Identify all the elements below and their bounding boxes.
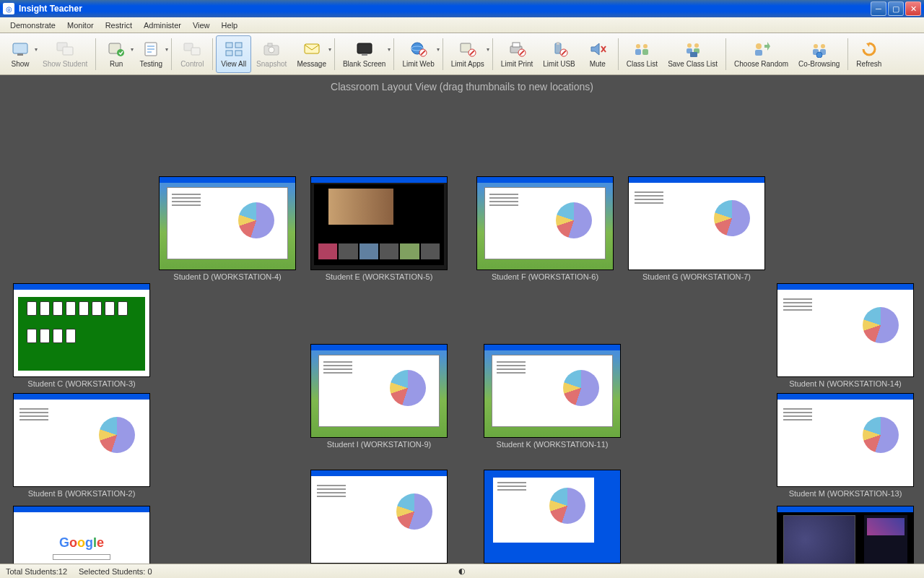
station-screen[interactable] [310, 176, 448, 270]
svg-point-17 [269, 47, 274, 53]
station-thumbnail-g[interactable]: Student G (WORKSTATION-7) [628, 176, 765, 281]
toolbar-view-all[interactable]: View All [216, 35, 251, 73]
svg-rect-34 [557, 42, 559, 45]
svg-rect-30 [513, 43, 520, 47]
station-screen[interactable]: Google [13, 506, 150, 564]
svg-rect-12 [226, 43, 232, 48]
limit-usb-icon [549, 40, 570, 59]
toolbar-label: Mute [590, 60, 606, 68]
station-screen[interactable] [777, 506, 914, 564]
station-thumbnail-f[interactable]: Student F (WORKSTATION-6) [476, 176, 614, 281]
toolbar-blank-screen[interactable]: Blank Screen▾ [338, 35, 391, 73]
toolbar-limit-web[interactable]: Limit Web▾ [397, 35, 439, 73]
svg-point-48 [756, 43, 762, 49]
menu-demonstrate[interactable]: Demonstrate [4, 20, 61, 31]
menu-restrict[interactable]: Restrict [100, 20, 138, 31]
station-thumbnail-d[interactable]: Student D (WORKSTATION-4) [159, 176, 296, 281]
station-thumbnail-c[interactable]: Student C (WORKSTATION-3) [13, 283, 150, 388]
station-label: Student M (WORKSTATION-13) [777, 489, 914, 498]
svg-rect-0 [13, 43, 27, 53]
station-thumbnail-h[interactable]: Student H (WORKSTATION-8) [310, 470, 448, 564]
toolbar-label: Blank Screen [343, 60, 385, 68]
menubar: DemonstrateMonitorRestrictAdministerView… [0, 17, 924, 33]
station-screen[interactable] [484, 344, 621, 438]
toolbar-mute[interactable]: Mute [580, 35, 615, 73]
maximize-button[interactable]: ▢ [888, 1, 904, 16]
toolbar-show-student: Show Student [38, 35, 92, 73]
toolbar-label: Refresh [856, 60, 881, 68]
dropdown-arrow-icon[interactable]: ▾ [487, 46, 489, 53]
svg-point-40 [643, 44, 648, 48]
toolbar-co-browsing[interactable]: Co-Browsing [793, 35, 845, 73]
limit-print-icon [507, 40, 527, 59]
minimize-button[interactable]: ─ [871, 1, 886, 16]
toolbar-class-list[interactable]: Class List [622, 35, 663, 73]
limit-web-icon [409, 40, 429, 59]
station-screen[interactable] [13, 283, 150, 377]
toolbar-label: Message [297, 60, 326, 68]
toolbar-separator [171, 38, 172, 70]
station-label: Student G (WORKSTATION-7) [628, 272, 765, 281]
close-button[interactable]: ✕ [905, 1, 921, 16]
toolbar-label: Limit Web [402, 60, 434, 68]
toolbar-limit-usb[interactable]: Limit USB [538, 35, 580, 73]
toolbar-label: Testing [139, 60, 162, 68]
svg-rect-18 [268, 43, 272, 46]
toolbar-save-class-list[interactable]: Save Class List [663, 35, 723, 73]
status-icon: ◐ [458, 566, 466, 576]
station-screen[interactable] [628, 176, 765, 270]
toolbar-choose-random[interactable]: Choose Random [729, 35, 793, 73]
toolbar-label: Co-Browsing [798, 60, 840, 68]
station-thumbnail-b[interactable]: Student B (WORKSTATION-2) [13, 393, 150, 498]
toolbar-testing[interactable]: Testing▾ [134, 35, 168, 73]
station-screen[interactable] [476, 176, 614, 270]
station-thumbnail-n[interactable]: Student N (WORKSTATION-14) [777, 283, 914, 388]
station-screen[interactable] [310, 470, 448, 564]
app-title: Insight Teacher [19, 4, 871, 14]
station-screen[interactable] [777, 393, 914, 487]
toolbar-label: Limit Print [501, 60, 533, 68]
toolbar-separator [334, 38, 335, 70]
station-thumbnail-i[interactable]: Student I (WORKSTATION-9) [310, 344, 448, 449]
station-thumbnail-e[interactable]: Student E (WORKSTATION-5) [310, 176, 448, 281]
menu-administer[interactable]: Administer [138, 20, 187, 31]
dropdown-arrow-icon[interactable]: ▾ [437, 46, 440, 53]
menu-help[interactable]: Help [216, 20, 244, 31]
svg-rect-21 [362, 53, 367, 56]
station-screen[interactable] [310, 344, 448, 438]
toolbar-separator [847, 38, 848, 70]
svg-rect-14 [226, 51, 232, 56]
dropdown-arrow-icon[interactable]: ▾ [165, 46, 168, 53]
toolbar-show[interactable]: Show▾ [3, 35, 38, 73]
blank-screen-icon [354, 40, 375, 59]
testing-icon [141, 40, 161, 59]
station-thumbnail-l[interactable]: Student L (WORKSTATION-12) [777, 506, 914, 564]
station-screen[interactable] [777, 283, 914, 377]
station-thumbnail-m[interactable]: Student M (WORKSTATION-13) [777, 393, 914, 498]
toolbar-run[interactable]: Run▾ [99, 35, 134, 73]
dropdown-arrow-icon[interactable]: ▾ [328, 46, 331, 53]
station-label: Student I (WORKSTATION-9) [310, 440, 448, 449]
station-thumbnail-a[interactable]: GoogleStudent A (WORKSTATION-1) [13, 506, 150, 564]
dropdown-arrow-icon[interactable]: ▾ [388, 46, 391, 53]
statusbar: Total Students:12 Selected Students: 0 ◐ [0, 564, 924, 578]
toolbar-snapshot: Snapshot [251, 35, 292, 73]
station-label: Student N (WORKSTATION-14) [777, 379, 914, 388]
toolbar-limit-print[interactable]: Limit Print [496, 35, 538, 73]
station-thumbnail-k[interactable]: Student K (WORKSTATION-11) [484, 344, 621, 449]
toolbar-limit-apps[interactable]: Limit Apps▾ [446, 35, 489, 73]
station-screen[interactable] [484, 470, 621, 564]
svg-rect-15 [235, 51, 242, 56]
station-screen[interactable] [13, 393, 150, 487]
menu-view[interactable]: View [187, 20, 216, 31]
toolbar-refresh[interactable]: Refresh [851, 35, 886, 73]
toolbar-separator [443, 38, 443, 70]
toolbar-separator [212, 38, 213, 70]
svg-point-50 [814, 44, 818, 48]
toolbar-message[interactable]: Message▾ [292, 35, 331, 73]
station-screen[interactable] [159, 176, 296, 270]
message-icon [302, 40, 322, 59]
menu-monitor[interactable]: Monitor [61, 20, 100, 31]
toolbar-label: Limit Apps [451, 60, 484, 68]
station-thumbnail-j[interactable]: Student J (WORKSTATION-10) [484, 470, 621, 564]
